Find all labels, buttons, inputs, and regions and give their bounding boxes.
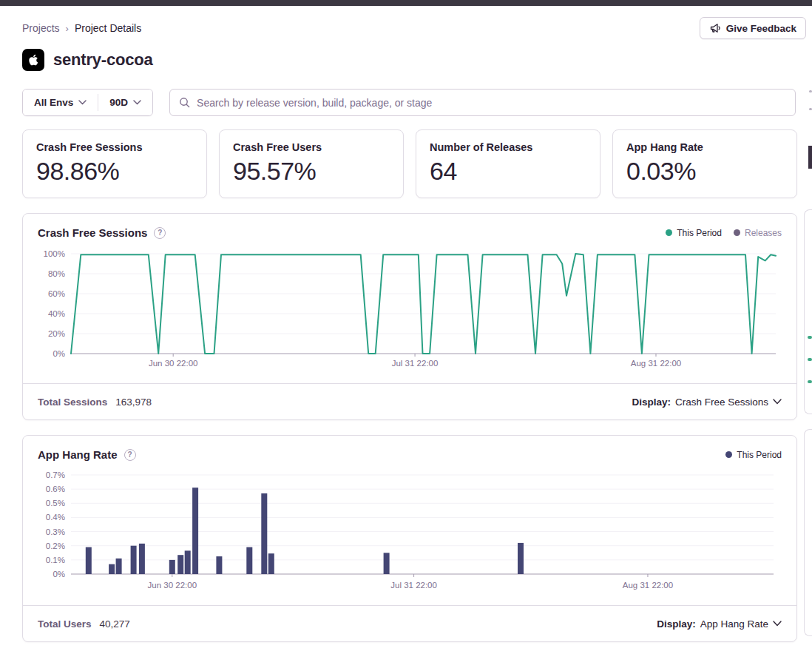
svg-text:80%: 80% (48, 269, 65, 278)
search-icon (179, 97, 190, 108)
svg-text:0.1%: 0.1% (46, 556, 65, 564)
svg-text:0.3%: 0.3% (46, 527, 65, 536)
svg-text:0.2%: 0.2% (46, 542, 65, 550)
chart-legend: This Period (725, 450, 782, 460)
cutoff-stat-digit-fragment (808, 146, 812, 169)
legend-item[interactable]: Releases (734, 228, 782, 238)
total-sessions-label: Total Sessions (38, 397, 107, 408)
give-feedback-label: Give Feedback (726, 23, 796, 34)
stat-card-crash-free-sessions: Crash Free Sessions 98.86% (22, 129, 207, 198)
stat-label: App Hang Rate (626, 141, 783, 153)
breadcrumb-current-page: Project Details (75, 22, 141, 34)
svg-text:Aug 31 22:00: Aug 31 22:00 (623, 581, 673, 590)
display-selector[interactable]: Display: App Hang Rate (657, 618, 782, 630)
svg-text:60%: 60% (48, 289, 65, 298)
cutoff-release-dash (808, 358, 812, 361)
stat-value: 98.86% (36, 157, 193, 186)
cutoff-release-dash (808, 380, 812, 383)
display-value: App Hang Rate (700, 618, 768, 630)
panel-title: App Hang Rate (38, 448, 118, 461)
app-hang-rate-panel: App Hang Rate ? This Period 0.7%0.6%0.5%… (22, 435, 797, 642)
release-search-box[interactable] (169, 89, 796, 116)
svg-text:0.6%: 0.6% (46, 485, 65, 493)
stats-cards-row: Crash Free Sessions 98.86% Crash Free Us… (22, 129, 797, 198)
search-input[interactable] (197, 97, 786, 109)
environment-filter-label: All Envs (34, 97, 73, 108)
header-row: Projects › Project Details Give Feedback (22, 16, 797, 40)
display-selector[interactable]: Display: Crash Free Sessions (632, 397, 782, 408)
chevron-down-icon (773, 621, 782, 627)
svg-text:0%: 0% (53, 349, 65, 358)
filter-button-group: All Envs 90D (22, 89, 153, 116)
display-label: Display: (632, 397, 671, 408)
panel-footer: Total Sessions 163,978 Display: Crash Fr… (23, 383, 796, 419)
project-title-row: sentry-cocoa (22, 49, 797, 71)
apple-platform-icon (22, 49, 44, 71)
display-label: Display: (657, 618, 696, 630)
total-users-value: 40,277 (100, 618, 130, 630)
chart-legend: This PeriodReleases (666, 228, 782, 238)
svg-text:0.7%: 0.7% (46, 470, 65, 479)
svg-text:Jul 31 22:00: Jul 31 22:00 (390, 581, 437, 590)
page-title: sentry-cocoa (53, 50, 153, 70)
stat-value: 95.57% (233, 157, 390, 186)
crash-free-sessions-chart[interactable]: 100%80%60%40%20%0%Jun 30 22:00Jul 31 22:… (23, 245, 796, 377)
cutoff-fragment (809, 90, 812, 92)
stat-card-number-of-releases: Number of Releases 64 (416, 129, 600, 198)
megaphone-icon (709, 22, 721, 34)
display-value: Crash Free Sessions (675, 397, 768, 408)
give-feedback-button[interactable]: Give Feedback (700, 17, 806, 39)
cutoff-panel-fragment (804, 209, 812, 414)
svg-text:0%: 0% (53, 570, 65, 579)
legend-item[interactable]: This Period (666, 228, 722, 238)
project-details-page: Projects › Project Details Give Feedback… (0, 16, 812, 642)
svg-text:40%: 40% (48, 309, 65, 318)
breadcrumb-projects-link[interactable]: Projects (22, 22, 60, 34)
svg-text:Jul 31 22:00: Jul 31 22:00 (392, 359, 439, 368)
stat-value: 64 (430, 157, 586, 186)
stat-label: Number of Releases (430, 141, 586, 153)
stat-label: Crash Free Sessions (36, 141, 193, 153)
svg-text:100%: 100% (44, 249, 65, 258)
cutoff-panel-fragment (804, 429, 812, 636)
breadcrumb-separator: › (66, 23, 69, 34)
period-filter-button[interactable]: 90D (98, 90, 152, 115)
filter-row: All Envs 90D (22, 89, 797, 116)
top-nav-bar (0, 0, 812, 6)
svg-text:Jun 30 22:00: Jun 30 22:00 (148, 581, 197, 590)
svg-text:20%: 20% (48, 329, 65, 338)
chevron-down-icon (133, 100, 141, 105)
svg-text:0.4%: 0.4% (46, 513, 65, 522)
total-users-label: Total Users (38, 618, 92, 630)
legend-dot-icon (666, 229, 672, 236)
legend-dot-icon (725, 451, 732, 458)
panel-header: Crash Free Sessions ? This PeriodRelease… (23, 214, 796, 243)
crash-free-sessions-panel: Crash Free Sessions ? This PeriodRelease… (22, 213, 797, 420)
stat-card-app-hang-rate: App Hang Rate 0.03% (612, 129, 797, 198)
legend-item[interactable]: This Period (725, 450, 782, 460)
svg-text:Jun 30 22:00: Jun 30 22:00 (149, 359, 198, 368)
cutoff-release-dash (808, 336, 812, 339)
chevron-down-icon (78, 100, 87, 105)
help-icon[interactable]: ? (124, 449, 136, 461)
svg-text:0.5%: 0.5% (46, 499, 65, 507)
chevron-down-icon (773, 399, 782, 405)
stat-value: 0.03% (626, 157, 783, 186)
stat-label: Crash Free Users (233, 141, 390, 153)
environment-filter-button[interactable]: All Envs (23, 90, 98, 115)
period-filter-label: 90D (109, 97, 128, 108)
svg-text:Aug 31 22:00: Aug 31 22:00 (631, 359, 681, 368)
stat-card-crash-free-users: Crash Free Users 95.57% (219, 129, 404, 198)
legend-dot-icon (734, 229, 740, 236)
panel-footer: Total Users 40,277 Display: App Hang Rat… (23, 605, 796, 641)
total-sessions-value: 163,978 (115, 397, 152, 408)
cutoff-fragment (809, 108, 812, 110)
app-hang-rate-chart[interactable]: 0.7%0.6%0.5%0.4%0.3%0.2%0.1%0%Jun 30 22:… (23, 467, 796, 598)
panel-title: Crash Free Sessions (38, 226, 147, 239)
breadcrumb: Projects › Project Details (22, 22, 141, 34)
help-icon[interactable]: ? (154, 227, 166, 239)
panel-header: App Hang Rate ? This Period (23, 436, 796, 465)
